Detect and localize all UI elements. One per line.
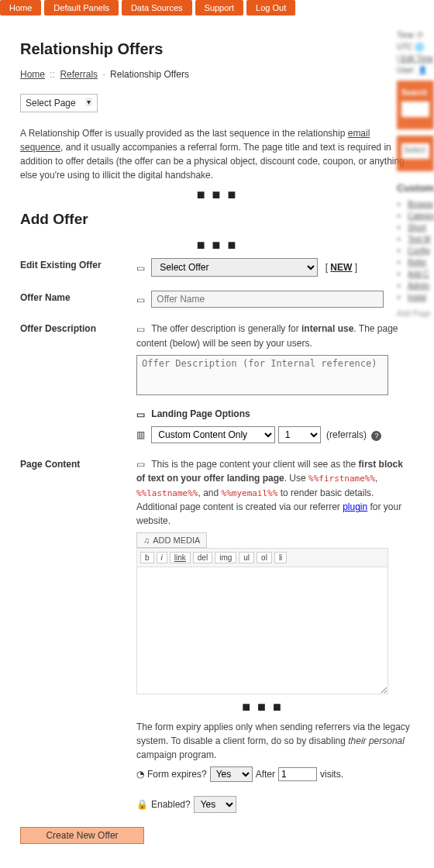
note-icon: ▭ — [136, 322, 146, 336]
ed-li[interactable]: li — [274, 552, 287, 563]
ed-link[interactable]: link — [170, 552, 191, 563]
search-input[interactable] — [401, 102, 429, 117]
crumb-referrals[interactable]: Referrals — [60, 69, 98, 80]
offer-name-input[interactable] — [151, 291, 384, 308]
desc-hint: ▭ The offer description is generally for… — [136, 322, 414, 350]
label-offer-name: Offer Name — [20, 291, 136, 303]
landing-options-heading: ▭ Landing Page Options — [136, 408, 414, 420]
ed-ol[interactable]: ol — [257, 552, 272, 563]
ed-img[interactable]: img — [215, 552, 236, 563]
select-existing-offer[interactable]: Select Offer — [151, 258, 318, 277]
create-offer-button[interactable]: Create New Offer — [20, 827, 144, 844]
media-icon: ♫ — [143, 536, 150, 545]
form-expiry-row: ◔ Form expires? Yes After visits. — [136, 766, 414, 782]
lock-icon: 🔒 — [136, 799, 148, 810]
plugin-link[interactable]: plugin — [343, 501, 367, 512]
select-page-dropdown[interactable]: Select Page — [20, 94, 98, 112]
referral-count-select[interactable]: 1 — [278, 426, 321, 443]
nav-logout[interactable]: Log Out — [246, 0, 295, 16]
right-sidebar: Time ⏱ UTC 🌐 | Edit Time User: 👤 Search … — [397, 31, 434, 318]
label-offer-description: Offer Description — [20, 322, 136, 334]
expiry-hint: The form expiry applies only when sendin… — [136, 720, 414, 762]
window-icon: ▭ — [136, 409, 146, 420]
ed-ul[interactable]: ul — [239, 552, 254, 563]
breadcrumb: Home :: Referrals · Relationship Offers — [20, 69, 414, 80]
label-edit-existing: Edit Existing Offer — [20, 258, 136, 270]
window-icon: ▭ — [136, 457, 146, 471]
help-icon[interactable]: ? — [371, 431, 381, 441]
editor-toolbar: b i link del img ul ol li — [136, 548, 388, 567]
crumb-current: Relationship Offers — [110, 69, 189, 80]
page-title: Relationship Offers — [20, 40, 414, 58]
visit-count-input[interactable] — [278, 767, 317, 781]
referrals-label: (referrals) — [326, 429, 367, 440]
content-mode-select[interactable]: Custom Content Only — [151, 426, 275, 443]
enabled-select[interactable]: Yes — [194, 796, 236, 813]
card-icon: ▥ — [136, 429, 146, 440]
sidebar-select[interactable]: Select — [401, 143, 429, 159]
page-content-hint: ▭ This is the page content your client w… — [136, 457, 414, 529]
enabled-row: 🔒 Enabled? Yes — [136, 796, 414, 813]
nav-default-panels[interactable]: Default Panels — [44, 0, 119, 16]
nav-data-sources[interactable]: Data Sources — [122, 0, 192, 16]
section-divider-icon: ■ ■ ■ — [136, 694, 388, 720]
window-icon: ▭ — [136, 294, 146, 305]
ed-del[interactable]: del — [193, 552, 212, 563]
new-offer-link-wrap: [ NEW ] — [326, 262, 357, 273]
top-nav: Home Default Panels Data Sources Support… — [0, 0, 434, 19]
section-divider-icon: ■ ■ ■ — [20, 182, 414, 208]
ed-italic[interactable]: i — [157, 552, 167, 563]
label-page-content: Page Content — [20, 457, 136, 470]
add-offer-heading: Add Offer — [20, 211, 414, 228]
crumb-home[interactable]: Home — [20, 69, 45, 80]
add-media-button[interactable]: ♫ ADD MEDIA — [136, 532, 207, 548]
form-expires-select[interactable]: Yes — [210, 766, 253, 782]
section-divider-icon: ■ ■ ■ — [20, 232, 414, 258]
page-content-editor[interactable] — [136, 567, 388, 694]
window-icon: ▭ — [136, 263, 146, 274]
ed-bold[interactable]: b — [140, 552, 154, 563]
offer-description-textarea[interactable] — [136, 355, 388, 395]
nav-home[interactable]: Home — [0, 0, 41, 16]
intro-text: A Relationship Offer is usually provided… — [20, 126, 414, 182]
nav-support[interactable]: Support — [195, 0, 244, 16]
clock-icon: ◔ — [136, 769, 144, 780]
new-offer-link[interactable]: NEW — [330, 262, 352, 273]
